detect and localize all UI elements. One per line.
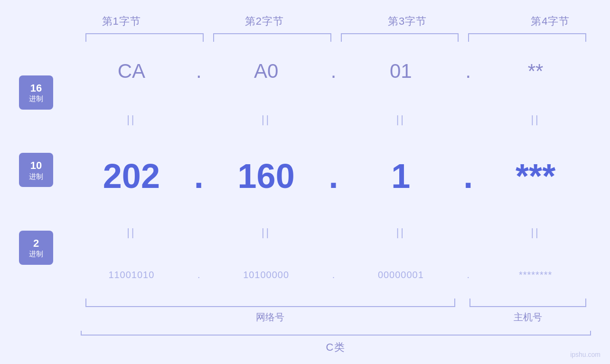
eq1-cell-4: || — [480, 113, 591, 126]
hex-dot-1: . — [187, 60, 211, 83]
main-content: 16 进制 10 进制 2 进制 CA . A0 . 01 . ** — [19, 44, 591, 296]
dec-dot-3: . — [456, 157, 480, 196]
bin-cell-3: 00000001 — [346, 270, 457, 280]
eq2-cell-3: || — [346, 226, 457, 239]
bin-cell-1: 11001010 — [76, 270, 187, 280]
dec-dot-1: . — [187, 157, 211, 196]
network-label: 网络号 — [256, 311, 284, 324]
col-header-1: 第1字节 — [50, 14, 193, 28]
bin-unit: 进制 — [29, 250, 43, 258]
eq2-cell-2: || — [211, 226, 322, 239]
col-header-2: 第2字节 — [193, 14, 336, 28]
host-bracket: 主机号 — [465, 299, 591, 324]
bracket-bottom-row: 网络号 主机号 — [81, 299, 591, 324]
bin-cell-2: 10100000 — [211, 270, 322, 280]
class-label: C类 — [326, 340, 346, 355]
network-bracket: 网络号 — [81, 299, 460, 324]
dec-base: 10 — [30, 159, 42, 172]
class-bracket-line — [81, 331, 591, 336]
data-area: CA . A0 . 01 . ** || || || || 202 — [76, 44, 591, 296]
hex-row: CA . A0 . 01 . ** — [76, 60, 591, 83]
eq1-cell-1: || — [76, 113, 187, 126]
dec-unit: 进制 — [29, 172, 43, 181]
col-header-4: 第4字节 — [479, 14, 610, 28]
bin-base: 2 — [33, 237, 39, 250]
dec-cell-4: *** — [480, 157, 591, 196]
hex-cell-3: 01 — [346, 60, 457, 83]
main-container: 第1字节 第2字节 第3字节 第4字节 16 进制 10 进制 2 进制 — [0, 0, 610, 364]
bin-dot-2: . — [322, 270, 346, 280]
hex-label: 16 进制 — [19, 75, 53, 110]
bin-dot-3: . — [456, 270, 480, 280]
base-labels: 16 进制 10 进制 2 进制 — [19, 44, 76, 296]
dec-cell-1: 202 — [76, 157, 187, 196]
dec-dot-2: . — [322, 157, 346, 196]
hex-cell-4: ** — [480, 60, 591, 83]
dec-row: 202 . 160 . 1 . *** — [76, 157, 591, 196]
bin-cell-4: ******** — [480, 270, 591, 280]
eq2-cell-4: || — [480, 226, 591, 239]
bin-label: 2 进制 — [19, 231, 53, 265]
top-bracket-3 — [341, 33, 459, 42]
bottom-brackets: 网络号 主机号 — [81, 299, 591, 324]
top-bracket-2 — [213, 33, 331, 42]
eq1-cell-2: || — [211, 113, 322, 126]
hex-dot-3: . — [456, 60, 480, 83]
eq1-cell-3: || — [346, 113, 457, 126]
column-headers: 第1字节 第2字节 第3字节 第4字节 — [50, 14, 610, 28]
eq2-cell-1: || — [76, 226, 187, 239]
eq-row-2: || || || || — [76, 226, 591, 239]
hex-dot-2: . — [322, 60, 346, 83]
col-header-3: 第3字节 — [336, 14, 479, 28]
hex-cell-2: A0 — [211, 60, 322, 83]
dec-cell-2: 160 — [211, 157, 322, 196]
class-row: C类 — [81, 331, 591, 355]
hex-unit: 进制 — [29, 94, 43, 103]
hex-cell-1: CA — [76, 60, 187, 83]
dec-label: 10 进制 — [19, 153, 53, 187]
bin-dot-1: . — [187, 270, 211, 280]
bin-row: 11001010 . 10100000 . 00000001 . *******… — [76, 270, 591, 280]
host-label: 主机号 — [514, 311, 542, 324]
dec-cell-3: 1 — [346, 157, 457, 196]
top-bracket-4 — [468, 33, 586, 42]
watermark: ipshu.com — [570, 351, 601, 358]
hex-base: 16 — [30, 82, 42, 94]
top-brackets — [81, 33, 591, 42]
top-bracket-1 — [85, 33, 204, 42]
eq-row-1: || || || || — [76, 113, 591, 126]
